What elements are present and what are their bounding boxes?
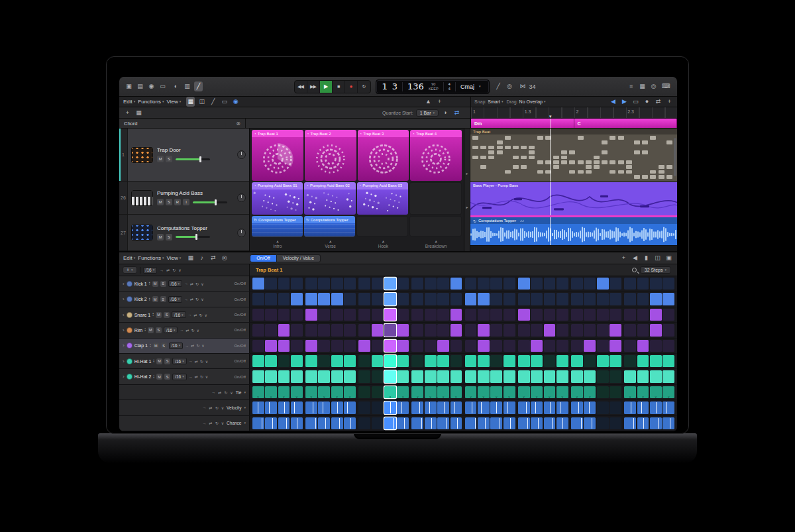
step-cell[interactable] <box>490 370 502 382</box>
track-m-button[interactable]: M <box>157 234 164 240</box>
row-op-icon-0[interactable]: → <box>184 282 188 286</box>
step-cell[interactable] <box>650 355 662 367</box>
default-rate-dropdown[interactable]: /16▾ <box>143 267 158 274</box>
chord-region[interactable]: C <box>574 119 678 128</box>
velocity-cell[interactable] <box>531 401 543 413</box>
row-stepper-icon[interactable]: ▴▾ <box>150 344 151 348</box>
velocity-cell[interactable] <box>437 401 449 413</box>
chance-cell[interactable] <box>265 417 277 429</box>
subrow-op-icon-3[interactable]: ∨ <box>230 390 233 395</box>
step-cell[interactable] <box>504 278 515 290</box>
drag-dropdown[interactable]: Drag: No Overlap ▾ <box>506 99 545 104</box>
step-cell[interactable] <box>610 309 621 321</box>
disclosure-icon[interactable]: › <box>123 296 125 302</box>
chance-cell[interactable] <box>278 417 290 429</box>
step-cell[interactable] <box>490 309 502 321</box>
step-cell[interactable] <box>518 278 530 290</box>
step-cell[interactable] <box>372 293 384 305</box>
step-cell[interactable] <box>411 293 423 305</box>
volume-slider[interactable] <box>193 201 227 203</box>
chance-cell[interactable] <box>411 417 423 429</box>
tie-cell[interactable] <box>584 386 596 398</box>
chance-cell[interactable] <box>544 417 556 429</box>
step-cell[interactable] <box>504 309 515 321</box>
step-cell[interactable] <box>597 370 609 382</box>
subrow-op-icon-2[interactable]: ↻ <box>215 405 219 410</box>
stop-button[interactable]: ■ <box>333 81 345 93</box>
subrow-header[interactable]: →⇄↻∨Tie▾ <box>119 385 250 399</box>
step-cell[interactable] <box>397 324 409 336</box>
tie-cell[interactable] <box>450 386 462 398</box>
step-cell[interactable] <box>265 278 277 290</box>
row-op-icon-3[interactable]: ∨ <box>205 313 207 317</box>
tie-cell[interactable] <box>650 386 662 398</box>
row-stepper-icon[interactable]: ▴▾ <box>153 359 154 363</box>
seq-menu-view[interactable]: View▾ <box>167 255 182 261</box>
play-button[interactable]: ▶ <box>320 81 333 93</box>
step-cell[interactable] <box>662 340 674 352</box>
step-cell[interactable] <box>358 340 370 352</box>
row-rate-dropdown[interactable]: /16▾ <box>164 327 178 333</box>
row-op-icon-0[interactable]: → <box>188 313 192 317</box>
tie-cell[interactable] <box>372 386 384 398</box>
tie-cell[interactable] <box>518 386 530 398</box>
step-cell[interactable] <box>397 278 409 290</box>
tie-cell[interactable] <box>490 386 502 398</box>
row-op-icon-0[interactable]: → <box>189 359 193 363</box>
tie-cell[interactable] <box>358 386 370 398</box>
step-cell[interactable] <box>662 324 674 336</box>
window-icon[interactable]: ▭ <box>158 81 167 91</box>
chance-cell[interactable] <box>662 417 674 429</box>
empty-cell-slot[interactable] <box>356 216 409 237</box>
subrow-op-icon-0[interactable]: → <box>211 390 215 394</box>
step-cell[interactable] <box>265 355 277 367</box>
row-solo-button[interactable]: S <box>164 358 170 364</box>
step-cell[interactable] <box>584 324 596 336</box>
step-cell[interactable] <box>384 370 396 382</box>
step-cell[interactable] <box>544 370 556 382</box>
step-cell[interactable] <box>624 278 636 290</box>
pencil-mode-icon[interactable]: ╱ <box>494 81 503 91</box>
tie-cell[interactable] <box>384 386 396 398</box>
nudge-left-icon[interactable]: ◀ <box>609 97 617 107</box>
chance-cell[interactable] <box>624 417 636 429</box>
step-cell[interactable] <box>252 309 264 321</box>
velocity-cell[interactable] <box>504 401 515 413</box>
subrow-header[interactable]: →⇄↻∨Velocity▾ <box>119 400 250 415</box>
step-cell[interactable] <box>437 340 449 352</box>
step-cell[interactable] <box>425 309 437 321</box>
velocity-cell[interactable] <box>265 401 277 413</box>
track-m-button[interactable]: M <box>157 199 164 205</box>
step-cell[interactable] <box>425 355 437 367</box>
loop-cell[interactable]: ↻Computations Topper <box>252 216 303 237</box>
row-op-icon-0[interactable]: → <box>189 375 193 379</box>
chance-cell[interactable] <box>518 417 530 429</box>
back-icon[interactable]: ◀ <box>631 253 639 263</box>
step-cell[interactable] <box>358 278 370 290</box>
chance-cell[interactable] <box>584 417 596 429</box>
step-cell[interactable] <box>478 278 490 290</box>
step-cell[interactable] <box>358 309 370 321</box>
step-cell[interactable] <box>478 293 490 305</box>
step-cell[interactable] <box>556 293 568 305</box>
tie-cell[interactable] <box>571 386 583 398</box>
step-cell[interactable] <box>397 370 409 382</box>
chance-cell[interactable] <box>305 417 317 429</box>
step-cell[interactable] <box>411 324 423 336</box>
step-cell[interactable] <box>252 324 264 336</box>
tie-cell[interactable] <box>624 386 636 398</box>
step-cell[interactable] <box>504 340 515 352</box>
velocity-cell[interactable] <box>384 401 396 413</box>
chance-cell[interactable] <box>318 417 330 429</box>
chance-cell[interactable] <box>344 417 356 429</box>
row-mute-button[interactable]: M <box>148 327 154 333</box>
step-cell[interactable] <box>518 355 530 367</box>
velocity-cell[interactable] <box>411 401 423 413</box>
velocity-cell[interactable] <box>305 401 317 413</box>
step-cell[interactable] <box>450 278 462 290</box>
row-op-icon-3[interactable]: ∨ <box>197 328 199 333</box>
step-cell[interactable] <box>344 370 356 382</box>
step-cell[interactable] <box>397 340 409 352</box>
step-cell[interactable] <box>437 370 449 382</box>
step-cell[interactable] <box>265 293 277 305</box>
